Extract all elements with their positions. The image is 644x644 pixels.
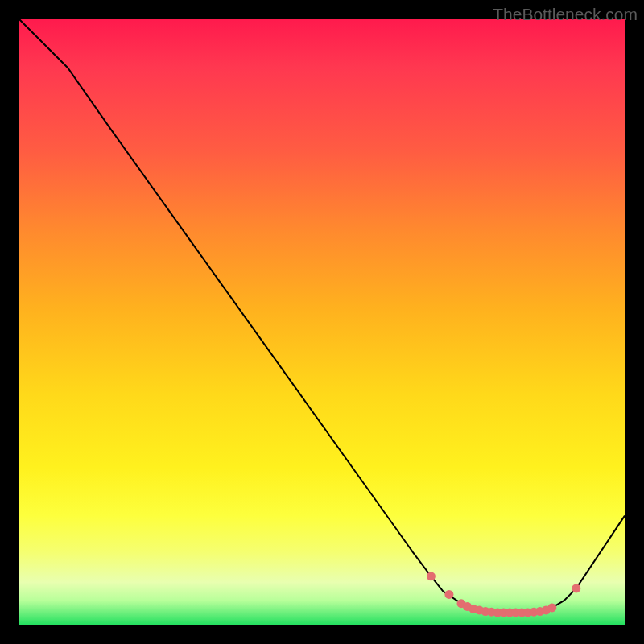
chart-container: TheBottleneck.com: [0, 0, 644, 644]
marker-point: [427, 572, 436, 580]
plot-area: [19, 19, 625, 625]
bottleneck-curve-line: [19, 19, 625, 613]
watermark-text: TheBottleneck.com: [493, 5, 638, 24]
highlight-markers: [427, 572, 580, 617]
chart-svg: [19, 19, 625, 625]
marker-point: [572, 584, 580, 592]
marker-point: [547, 603, 556, 612]
marker-point: [444, 590, 453, 599]
